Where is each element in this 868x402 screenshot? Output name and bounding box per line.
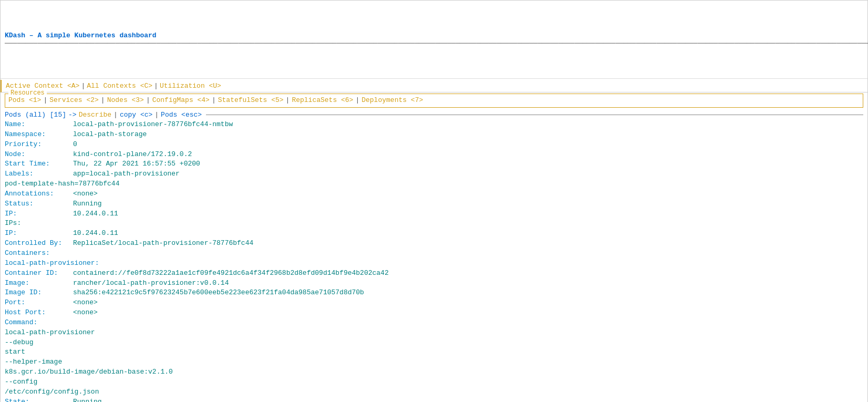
- value-state: Running: [73, 397, 102, 402]
- tab-pods[interactable]: Pods <1>: [8, 96, 41, 104]
- label-name: Name:: [5, 120, 73, 130]
- value-port: <none>: [73, 298, 98, 308]
- nav-active-context[interactable]: Active Context <A>: [6, 82, 79, 90]
- header-line: [206, 115, 863, 115]
- content-header: Pods (all) [15] -> Describe | copy <c> |…: [1, 109, 867, 119]
- resources-section: Resources Pods <1> | Services <2> | Node…: [5, 94, 863, 108]
- row-priority: Priority: 0: [5, 140, 863, 150]
- value-ip: 10.244.0.11: [73, 209, 118, 219]
- label-image: Image:: [5, 279, 73, 288]
- label-node: Node:: [5, 150, 73, 160]
- row-status: Status: Running: [5, 199, 863, 209]
- label-status: Status:: [5, 199, 73, 209]
- resource-tabs: Pods <1> | Services <2> | Nodes <3> | Co…: [8, 95, 860, 105]
- ch-sep2: |: [154, 111, 159, 119]
- nav-sep-2: |: [154, 82, 158, 90]
- label-ip: IP:: [5, 209, 73, 219]
- value-labels: app=local-path-provisioner: [73, 169, 180, 179]
- row-controlled: Controlled By: ReplicaSet/local-path-pro…: [5, 239, 863, 249]
- tab-sep-3: |: [146, 96, 150, 104]
- row-command: Command:: [5, 318, 863, 328]
- row-node: Node: kind-control-plane/172.19.0.2: [5, 150, 863, 160]
- nav-sep-1: |: [81, 82, 85, 90]
- content-header-arrow: ->: [68, 111, 77, 119]
- row-cmd2: --debug: [5, 338, 863, 348]
- label-labels: Labels:: [5, 169, 73, 179]
- value-priority: 0: [73, 140, 77, 150]
- value-controlled: ReplicaSet/local-path-provisioner-78776b…: [73, 239, 253, 249]
- row-cmd4: --helper-image: [5, 357, 863, 367]
- row-host-port: Host Port: <none>: [5, 308, 863, 318]
- tab-deployments[interactable]: Deployments <7>: [361, 96, 423, 104]
- nav-utilization[interactable]: Utilization <U>: [160, 82, 221, 90]
- row-state: State: Running: [5, 397, 863, 402]
- tab-statefulsets[interactable]: StatefulSets <5>: [218, 96, 284, 104]
- label-port: Port:: [5, 298, 73, 308]
- row-image-id: Image ID: sha256:e422121c9c5f97623245b7e…: [5, 288, 863, 298]
- nav-bar: Active Context <A> | All Contexts <C> | …: [1, 80, 867, 92]
- value-image: rancher/local-path-provisioner:v0.0.14: [73, 279, 229, 288]
- tab-sep-5: |: [286, 96, 290, 104]
- row-namespace: Namespace: local-path-storage: [5, 130, 863, 140]
- value-status: Running: [73, 199, 102, 209]
- pods-esc-link[interactable]: Pods <esc>: [161, 111, 202, 119]
- row-cmd1: local-path-provisioner: [5, 328, 863, 338]
- row-name: Name: local-path-provisioner-78776bfc44-…: [5, 120, 863, 130]
- nav-items: Active Context <A> | All Contexts <C> | …: [6, 82, 863, 90]
- label-container-id: Container ID:: [5, 269, 73, 279]
- tab-sep-4: |: [212, 96, 216, 104]
- row-cmd6: --config: [5, 377, 863, 387]
- value-host-port: <none>: [73, 308, 98, 318]
- label-priority: Priority:: [5, 140, 73, 150]
- app-title: KDash – A simple Kubernetes dashboard ──…: [5, 32, 868, 47]
- nav-all-contexts[interactable]: All Contexts <C>: [87, 82, 152, 90]
- tab-sep-6: |: [355, 96, 359, 104]
- row-ips: IPs:: [5, 219, 863, 229]
- tab-sep-2: |: [101, 96, 105, 104]
- value-annotations: <none>: [73, 189, 98, 199]
- row-start-time: Start Time: Thu, 22 Apr 2021 16:57:55 +0…: [5, 159, 863, 169]
- value-start-time: Thu, 22 Apr 2021 16:57:55 +0200: [73, 159, 200, 169]
- label-namespace: Namespace:: [5, 130, 73, 140]
- row-ip2: IP: 10.244.0.11: [5, 229, 863, 239]
- describe-content: Name: local-path-provisioner-78776bfc44-…: [1, 119, 867, 402]
- title-bar: KDash – A simple Kubernetes dashboard ──…: [1, 1, 867, 79]
- row-labels-extra: pod-template-hash=78776bfc44: [5, 179, 863, 189]
- row-port: Port: <none>: [5, 298, 863, 308]
- ch-sep1: |: [113, 111, 118, 119]
- tab-replicasets[interactable]: ReplicaSets <6>: [292, 96, 353, 104]
- value-name: local-path-provisioner-78776bfc44-nmtbw: [73, 120, 233, 130]
- app-title-text: KDash – A simple Kubernetes dashboard: [5, 32, 157, 39]
- label-start-time: Start Time:: [5, 159, 73, 169]
- tab-sep-1: |: [43, 96, 47, 104]
- tab-nodes[interactable]: Nodes <3>: [107, 96, 144, 104]
- label-host-port: Host Port:: [5, 308, 73, 318]
- row-cmd7: /etc/config/config.json: [5, 387, 863, 397]
- value-namespace: local-path-storage: [73, 130, 147, 140]
- row-containers: Containers:: [5, 249, 863, 259]
- value-ip2: 10.244.0.11: [73, 229, 118, 239]
- row-image: Image: rancher/local-path-provisioner:v0…: [5, 279, 863, 288]
- row-cmd3: start: [5, 347, 863, 357]
- row-annotations: Annotations: <none>: [5, 189, 863, 199]
- tab-configmaps[interactable]: ConfigMaps <4>: [152, 96, 210, 104]
- tab-services[interactable]: Services <2>: [49, 96, 99, 104]
- row-labels: Labels: app=local-path-provisioner: [5, 169, 863, 179]
- app-container: KDash – A simple Kubernetes dashboard ──…: [0, 0, 868, 402]
- label-image-id: Image ID:: [5, 288, 73, 298]
- resources-label: Resources: [8, 89, 47, 97]
- copy-link[interactable]: copy <c>: [120, 111, 152, 119]
- value-image-id: sha256:e422121c9c5f97623245b7e600eeb5e22…: [73, 288, 364, 298]
- label-annotations: Annotations:: [5, 189, 73, 199]
- label-ip2: IP:: [5, 229, 73, 239]
- row-cmd5: k8s.gcr.io/build-image/debian-base:v2.1.…: [5, 367, 863, 377]
- describe-link[interactable]: Describe: [79, 111, 111, 119]
- label-state: State:: [5, 397, 73, 402]
- value-node: kind-control-plane/172.19.0.2: [73, 150, 192, 160]
- row-container-name: local-path-provisioner:: [5, 259, 863, 269]
- row-container-id: Container ID: containerd://fe0f8d73222a1…: [5, 269, 863, 279]
- row-ip: IP: 10.244.0.11: [5, 209, 863, 219]
- label-controlled: Controlled By:: [5, 239, 73, 249]
- value-container-id: containerd://fe0f8d73222a1ae1cf09fe4921d…: [73, 269, 389, 279]
- content-header-title: Pods (all) [15]: [5, 111, 66, 119]
